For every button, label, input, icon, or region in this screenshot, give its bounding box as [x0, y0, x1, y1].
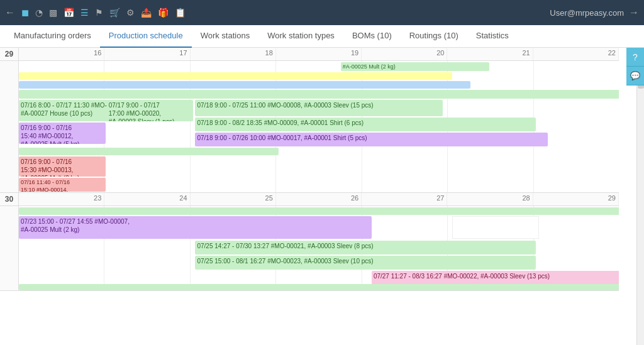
day-header-23: 23	[19, 193, 104, 205]
nav-icon-7[interactable]: ⚙	[126, 8, 135, 18]
nav-icon-10[interactable]: 📋	[175, 8, 186, 18]
day-header-20: 20	[362, 48, 447, 60]
event-mo00009[interactable]: 07/18 9:00 - 08/2 18:35 #MO-00009, #A-00…	[195, 118, 535, 131]
logo-icon: ■	[21, 6, 29, 20]
topbar: ← ■ ◔ ▩ 📅 ☰ ⚑ 🛒 ⚙ 📤 🎁 📋 User@mrpeasy.com…	[0, 0, 644, 25]
day-header-29: 29	[533, 193, 619, 205]
event-mo00020-text: 07/17 9:00 - 07/1717:00 #MO-00020,#A-000…	[109, 102, 175, 121]
event-yellow-wide[interactable]	[19, 72, 452, 80]
user-info: User@mrpeasy.com →	[550, 7, 639, 18]
event-a00025-header[interactable]: #A-00025 Mult (2 kg)	[341, 62, 489, 71]
day-header-16: 16	[19, 48, 104, 60]
event-mo00013[interactable]: 07/16 9:00 - 07/1615:30 #MO-00013,#A-000…	[19, 156, 106, 177]
week-num-29: 29	[0, 48, 19, 60]
event-mo00021-text: 07/25 14:27 - 07/30 13:27 #MO-00021, #A-…	[197, 243, 373, 249]
nav-icon-6[interactable]: 🛒	[109, 8, 120, 18]
scrollbar[interactable]: ▲	[636, 48, 644, 345]
event-mo00022-text: 07/27 11:27 - 08/3 16:27 #MO-00022, #A-0…	[374, 273, 550, 280]
event-week30-green-top[interactable]	[19, 207, 619, 215]
nav-icon-8[interactable]: 📤	[141, 8, 152, 18]
nav-icon-9[interactable]: 🎁	[158, 8, 169, 18]
event-blank-right	[452, 216, 539, 239]
calendar-wrapper: ? 💬 29 16 17 18 19 20 21 22	[0, 48, 644, 345]
event-mo00008[interactable]: 07/18 9:00 - 07/25 11:00 #MO-00008, #A-0…	[195, 100, 443, 116]
event-mo00007-text: 07/23 15:00 - 07/27 14:55 #MO-00007,#A-0…	[21, 218, 130, 233]
day-header-17: 17	[104, 48, 190, 60]
event-green-full[interactable]	[19, 90, 619, 99]
nav-icon-2[interactable]: ▩	[49, 8, 57, 18]
event-mo00012-text: 07/16 9:00 - 07/1615:40 #MO-00012,#A-000…	[21, 124, 79, 144]
back-icon[interactable]: ←	[5, 7, 15, 18]
nav-work-stations[interactable]: Work stations	[192, 25, 259, 48]
nav-icon-5[interactable]: ⚑	[95, 8, 103, 18]
nav-manufacturing-orders[interactable]: Manufacturing orders	[5, 25, 100, 48]
event-week30-green-bottom[interactable]	[19, 284, 619, 290]
day-header-28: 28	[447, 193, 533, 205]
event-mo00014[interactable]: 07/16 11:40 - 07/1615:10 #MO-00014,#A-00…	[19, 178, 106, 192]
username-label: User@mrpeasy.com	[550, 8, 624, 18]
week-29-header: 29 16 17 18 19 20 21 22	[0, 48, 619, 61]
event-mo00023-text: 07/25 15:00 - 08/1 16:27 #MO-00023, #A-0…	[197, 258, 373, 265]
calendar-main: 29 16 17 18 19 20 21 22	[0, 48, 619, 345]
nav-icon-4[interactable]: ☰	[80, 8, 89, 18]
event-mo00023[interactable]: 07/25 15:00 - 08/1 16:27 #MO-00023, #A-0…	[195, 256, 535, 270]
event-mo00008-text: 07/18 9:00 - 07/25 11:00 #MO-00008, #A-0…	[197, 102, 373, 109]
nav-statistics[interactable]: Statistics	[467, 25, 518, 48]
event-mo00017[interactable]: 07/18 9:00 - 07/26 10:00 #MO-00017, #A-0…	[195, 133, 548, 146]
nav-icon-3[interactable]: 📅	[64, 8, 74, 18]
event-blue-wide[interactable]	[19, 81, 470, 89]
nav-work-station-types[interactable]: Work station types	[258, 25, 343, 48]
event-mo00007[interactable]: 07/23 15:00 - 07/27 14:55 #MO-00007,#A-0…	[19, 216, 372, 239]
day-header-22: 22	[533, 48, 619, 60]
nav-icon-1[interactable]: ◔	[35, 8, 43, 18]
event-mo00014-text: 07/16 11:40 - 07/1615:10 #MO-00014,#A-00…	[21, 179, 102, 192]
day-header-19: 19	[276, 48, 362, 60]
event-mo00009-text: 07/18 9:00 - 08/2 18:35 #MO-00009, #A-00…	[197, 119, 364, 126]
logout-icon[interactable]: →	[629, 7, 639, 18]
day-header-24: 24	[104, 193, 190, 205]
event-green-mid[interactable]	[19, 148, 279, 155]
event-mo00017-text: 07/18 9:00 - 07/26 10:00 #MO-00017, #A-0…	[197, 134, 367, 141]
week-num-30: 30	[0, 193, 19, 205]
help-button[interactable]: ?	[626, 48, 644, 67]
event-mo00013-text: 07/16 9:00 - 07/1615:30 #MO-00013,#A-000…	[21, 158, 79, 177]
nav-boms[interactable]: BOMs (10)	[343, 25, 401, 48]
day-header-27: 27	[362, 193, 447, 205]
chat-button[interactable]: 💬	[626, 67, 644, 85]
event-mo00021[interactable]: 07/25 14:27 - 07/30 13:27 #MO-00021, #A-…	[195, 241, 535, 255]
main-nav: Manufacturing orders Production schedule…	[0, 25, 644, 48]
help-panel: ? 💬	[626, 48, 644, 85]
event-mo00020[interactable]: 07/17 9:00 - 07/1717:00 #MO-00020,#A-000…	[107, 100, 194, 121]
day-header-18: 18	[191, 48, 276, 60]
event-mo00012[interactable]: 07/16 9:00 - 07/1615:40 #MO-00012,#A-000…	[19, 123, 106, 144]
day-header-26: 26	[276, 193, 362, 205]
nav-routings[interactable]: Routings (10)	[401, 25, 467, 48]
week-30-header: 30 23 24 25 26 27 28 29	[0, 193, 619, 206]
day-header-21: 21	[447, 48, 533, 60]
nav-production-schedule[interactable]: Production schedule	[100, 25, 192, 48]
day-header-25: 25	[191, 193, 276, 205]
